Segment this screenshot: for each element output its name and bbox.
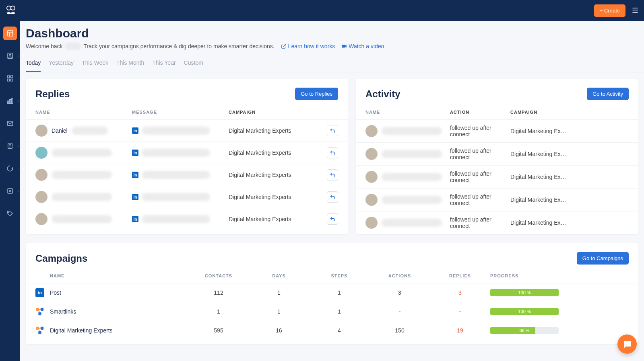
- svg-rect-30: [36, 327, 39, 330]
- campaign-contacts: 595: [188, 327, 249, 334]
- svg-rect-9: [11, 76, 13, 78]
- external-link-icon: [281, 43, 287, 49]
- tab-this-month[interactable]: This Month: [116, 56, 144, 72]
- sidebar-item-tags[interactable]: [3, 207, 17, 220]
- reply-button[interactable]: [327, 191, 338, 203]
- activity-row[interactable]: followed up after connect Digital Market…: [356, 166, 638, 189]
- reply-button[interactable]: [327, 147, 338, 158]
- campaign-days: 16: [249, 327, 309, 334]
- tab-this-year[interactable]: This Year: [152, 56, 175, 72]
- svg-rect-32: [38, 331, 41, 334]
- tab-custom[interactable]: Custom: [184, 56, 203, 72]
- campaign-row[interactable]: inPost 112 1 1 3 3 100 %: [26, 283, 638, 302]
- create-button[interactable]: + Create: [594, 4, 625, 17]
- watch-video-link[interactable]: Watch a video: [341, 43, 384, 49]
- campaign-days: 1: [249, 308, 309, 315]
- menu-icon[interactable]: ☰: [632, 6, 638, 15]
- tab-today[interactable]: Today: [26, 56, 41, 72]
- col-message: MESSAGE: [132, 110, 229, 115]
- video-icon: [341, 43, 347, 49]
- sidebar-item-inbox[interactable]: [3, 117, 17, 130]
- redacted: [72, 127, 108, 135]
- col-name: NAME: [35, 110, 132, 115]
- reply-campaign: Digital Marketing Experts: [229, 216, 322, 222]
- campaign-days: 1: [249, 289, 309, 296]
- sidebar-item-documents[interactable]: ›: [3, 139, 17, 153]
- learn-link-text: Learn how it works: [288, 43, 335, 49]
- go-to-replies-button[interactable]: Go to Replies: [295, 88, 338, 100]
- chevron-right-icon: ›: [18, 54, 19, 58]
- campaign-name: Digital Marketing Experts: [50, 327, 113, 334]
- svg-rect-10: [7, 79, 9, 81]
- redacted: [142, 215, 210, 223]
- sidebar: › › › › › ›: [0, 21, 20, 361]
- sidebar-item-analytics[interactable]: ›: [3, 94, 17, 108]
- campaign-row[interactable]: Digital Marketing Experts 595 16 4 150 1…: [26, 321, 638, 340]
- reply-campaign: Digital Marketing Experts: [229, 150, 322, 156]
- campaign-contacts: 112: [188, 289, 249, 296]
- avatar: [35, 169, 47, 181]
- redacted: [52, 193, 112, 201]
- col-campaign: CAMPAIGN: [510, 110, 629, 115]
- tab-yesterday[interactable]: Yesterday: [49, 56, 74, 72]
- svg-rect-23: [342, 45, 345, 48]
- reply-button[interactable]: [327, 125, 338, 136]
- sidebar-item-contacts[interactable]: ›: [3, 49, 17, 63]
- activity-row[interactable]: followed up after connect Digital Market…: [356, 143, 638, 166]
- chat-widget[interactable]: [617, 334, 637, 354]
- activity-action: followed up after connect: [450, 193, 510, 206]
- tab-this-week[interactable]: This Week: [82, 56, 108, 72]
- col-name: NAME: [365, 110, 450, 115]
- welcome-suffix: Track your campaigns performance & dig d…: [84, 43, 275, 49]
- redacted: [382, 173, 442, 181]
- sidebar-item-apps[interactable]: ›: [3, 72, 17, 85]
- chevron-right-icon: ›: [18, 76, 19, 80]
- reply-row[interactable]: Daniel in Digital Marketing Experts: [26, 120, 348, 142]
- sidebar-item-sync[interactable]: ›: [3, 162, 17, 175]
- campaign-name: Post: [50, 289, 61, 296]
- go-to-campaigns-button[interactable]: Go to Campaigns: [577, 252, 629, 265]
- flow-icon: [35, 326, 44, 335]
- reply-icon: [330, 172, 335, 178]
- activity-row[interactable]: followed up after connect Digital Market…: [356, 120, 638, 143]
- reply-row[interactable]: in Digital Marketing Experts: [26, 186, 348, 208]
- campaign-steps: 1: [309, 289, 369, 296]
- campaign-actions: -: [369, 308, 430, 315]
- reply-row[interactable]: in Digital Marketing Experts: [26, 142, 348, 164]
- reply-name: Daniel: [52, 127, 68, 134]
- reply-button[interactable]: [327, 169, 338, 180]
- svg-point-22: [8, 212, 9, 213]
- svg-rect-8: [7, 76, 9, 78]
- activity-row[interactable]: followed up after connect Digital Market…: [356, 189, 638, 211]
- go-to-activity-button[interactable]: Go to Activity: [587, 88, 629, 100]
- reply-icon: [330, 216, 335, 222]
- redacted: [142, 171, 210, 179]
- redacted: [52, 171, 112, 179]
- campaign-row[interactable]: Smartlinks 1 1 1 - - 100 %: [26, 302, 638, 321]
- reply-row[interactable]: in Digital Marketing Experts: [26, 164, 348, 186]
- svg-rect-11: [11, 79, 13, 81]
- activity-action: followed up after connect: [450, 148, 510, 160]
- reply-row[interactable]: in Digital Marketing Experts: [26, 208, 348, 230]
- activity-row[interactable]: followed up after connect Digital Market…: [356, 211, 638, 234]
- svg-rect-31: [41, 327, 43, 330]
- svg-rect-14: [12, 98, 13, 104]
- redacted: [142, 127, 210, 135]
- activity-campaign: Digital Marketing Ex…: [510, 151, 629, 157]
- reply-campaign: Digital Marketing Experts: [229, 194, 322, 200]
- reply-icon: [330, 150, 335, 156]
- progress-bar: 66 %: [490, 327, 559, 334]
- welcome-line: Welcome back Track your campaigns perfor…: [26, 43, 644, 50]
- reply-button[interactable]: [327, 213, 338, 225]
- replies-title: Replies: [35, 88, 70, 100]
- sidebar-item-dashboard[interactable]: [3, 27, 17, 40]
- redacted: [52, 149, 112, 157]
- avatar: [365, 171, 378, 183]
- svg-marker-24: [345, 45, 347, 48]
- svg-point-0: [7, 6, 11, 10]
- col-campaign: CAMPAIGN: [229, 110, 322, 115]
- campaigns-title: Campaigns: [35, 253, 87, 264]
- sidebar-item-settings[interactable]: ›: [3, 184, 17, 198]
- learn-link[interactable]: Learn how it works: [281, 43, 335, 49]
- col-days: DAYS: [249, 273, 309, 278]
